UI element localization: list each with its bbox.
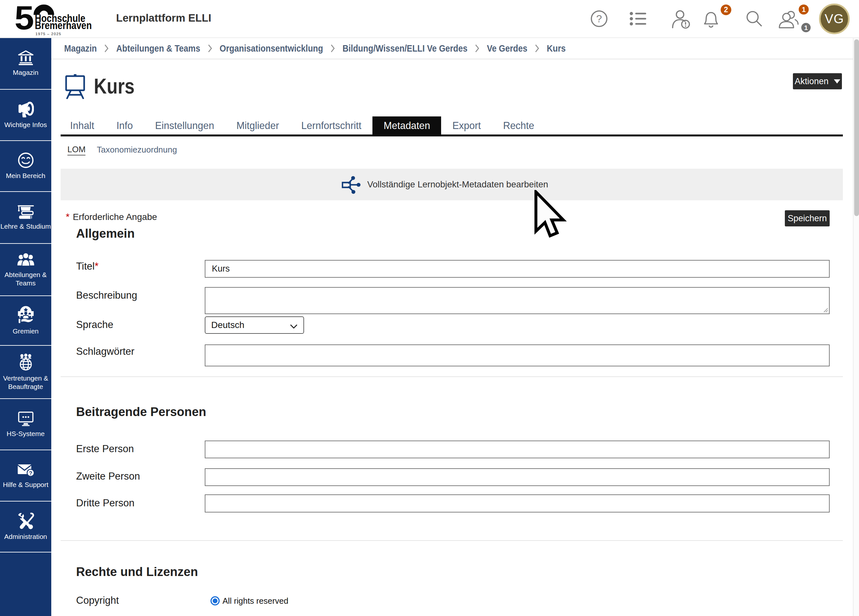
svg-text:5: 5 bbox=[14, 3, 34, 36]
svg-text:?: ? bbox=[29, 470, 32, 476]
svg-text:?: ? bbox=[596, 13, 602, 25]
svg-text:1975 – 2025: 1975 – 2025 bbox=[36, 32, 61, 36]
svg-text:Bremerhaven: Bremerhaven bbox=[35, 20, 92, 31]
